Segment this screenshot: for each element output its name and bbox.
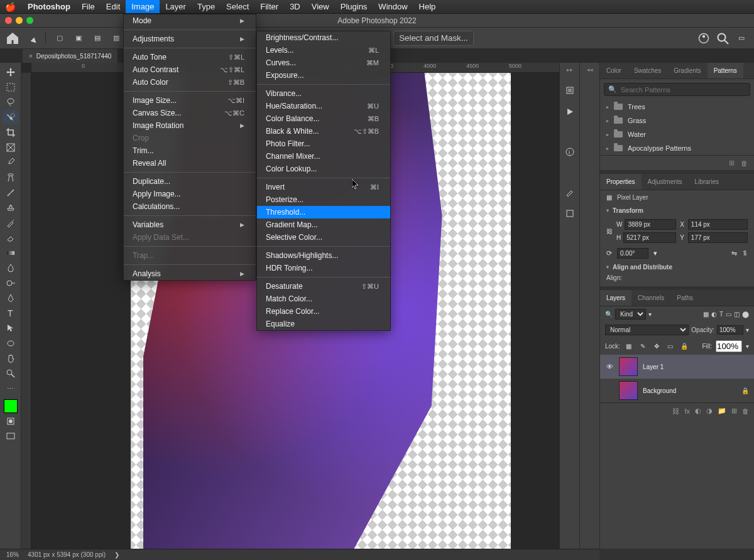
y-input[interactable]: [688, 232, 748, 243]
menu-item-channel-mixer---[interactable]: Channel Mixer...: [257, 150, 390, 163]
panel-tab-layers[interactable]: Layers: [600, 290, 631, 306]
panel-tab-paths[interactable]: Paths: [670, 290, 699, 306]
visibility-toggle-icon[interactable]: 👁: [605, 363, 614, 370]
menu-item-auto-color[interactable]: Auto Color⇧⌘B: [124, 76, 256, 89]
history-brush-tool-icon[interactable]: [3, 216, 19, 230]
foreground-color-swatch[interactable]: [4, 399, 18, 413]
menu-item-image-size---[interactable]: Image Size...⌥⌘I: [124, 94, 256, 107]
frame-tool-icon[interactable]: [3, 141, 19, 154]
close-window-button[interactable]: [5, 17, 12, 24]
x-input[interactable]: [688, 219, 748, 230]
menu-item-equalize[interactable]: Equalize: [257, 318, 390, 330]
history-panel-icon[interactable]: [562, 83, 578, 98]
zoom-window-button[interactable]: [26, 17, 33, 24]
panel-tab-swatches[interactable]: Swatches: [628, 63, 667, 78]
menu-item-vibrance---[interactable]: Vibrance...: [257, 87, 390, 100]
add-selection-icon[interactable]: ▣: [71, 31, 86, 46]
crop-tool-icon[interactable]: [3, 126, 19, 139]
new-layer-icon[interactable]: ⊞: [731, 407, 737, 415]
search-icon[interactable]: [715, 31, 730, 46]
menu-item-color-lookup---[interactable]: Color Lookup...: [257, 163, 390, 175]
menubar-item-plugins[interactable]: Plugins: [335, 0, 373, 13]
menu-item-desaturate[interactable]: Desaturate⇧⌘U: [257, 280, 390, 293]
tool-preset-dropdown[interactable]: [24, 31, 39, 46]
pattern-group-apocalypse-patterns[interactable]: ▸Apocalypse Patterns: [600, 141, 754, 155]
menu-item-threshold---[interactable]: Threshold...: [257, 206, 390, 218]
panel-tab-color[interactable]: Color: [600, 63, 628, 78]
healing-brush-tool-icon[interactable]: [3, 171, 19, 185]
menu-item-levels---[interactable]: Levels...⌘L: [257, 44, 390, 57]
menu-item-gradient-map---[interactable]: Gradient Map...: [257, 218, 390, 231]
minimize-window-button[interactable]: [16, 17, 23, 24]
menubar-item-help[interactable]: Help: [413, 0, 442, 13]
zoom-level[interactable]: 16%: [6, 551, 19, 558]
lasso-tool-icon[interactable]: [3, 95, 19, 109]
panel-tab-channels[interactable]: Channels: [631, 290, 670, 306]
apple-logo-icon[interactable]: 🍎: [5, 2, 16, 12]
menu-item-invert[interactable]: Invert⌘I: [257, 181, 390, 193]
panel-tab-patterns[interactable]: Patterns: [708, 63, 743, 78]
pen-tool-icon[interactable]: [3, 291, 19, 305]
menubar-item-image[interactable]: Image: [126, 0, 160, 13]
menubar-item-filter[interactable]: Filter: [254, 0, 284, 13]
layer-row[interactable]: 👁Layer 1: [600, 355, 754, 379]
layer-name-label[interactable]: Layer 1: [643, 363, 749, 370]
flip-vertical-icon[interactable]: ⥮: [742, 249, 748, 257]
path-selection-tool-icon[interactable]: [3, 321, 19, 335]
layer-name-label[interactable]: Background: [643, 387, 736, 394]
layer-mask-icon[interactable]: ◐: [695, 407, 701, 415]
menu-item-image-rotation[interactable]: Image Rotation▶: [124, 119, 256, 132]
layer-row[interactable]: Background🔒: [600, 379, 754, 402]
link-layers-icon[interactable]: ⛓: [672, 407, 679, 415]
opacity-input[interactable]: [717, 325, 743, 335]
filter-toggle-icon[interactable]: ⬤: [742, 311, 749, 318]
filter-shape-icon[interactable]: ▭: [726, 311, 731, 318]
filter-pixel-icon[interactable]: ▦: [703, 311, 709, 318]
layer-fx-icon[interactable]: fx: [684, 407, 690, 415]
menu-item-adjustments[interactable]: Adjustments▶: [124, 33, 256, 45]
pattern-group-trees[interactable]: ▸Trees: [600, 100, 754, 114]
subtract-selection-icon[interactable]: ▤: [90, 31, 105, 46]
panel-tab-libraries[interactable]: Libraries: [689, 174, 725, 190]
layer-filter-kind[interactable]: Kind: [615, 309, 646, 320]
menu-item-posterize---[interactable]: Posterize...: [257, 193, 390, 206]
menubar-item-type[interactable]: Type: [192, 0, 221, 13]
filter-adjustment-icon[interactable]: ◐: [711, 311, 717, 318]
close-tab-icon[interactable]: ×: [29, 53, 33, 60]
expand-strip-icon[interactable]: ◂◂: [580, 67, 599, 74]
panel-tab-gradients[interactable]: Gradients: [667, 63, 707, 78]
expand-strip-icon[interactable]: ▸▸: [560, 67, 579, 74]
menu-item-hdr-toning---[interactable]: HDR Toning...: [257, 262, 390, 274]
layer-group-icon[interactable]: 📁: [718, 407, 726, 415]
eraser-tool-icon[interactable]: [3, 231, 19, 245]
home-icon[interactable]: [5, 31, 20, 46]
lock-position-icon[interactable]: ✥: [652, 342, 662, 352]
menu-item-auto-contrast[interactable]: Auto Contrast⌥⇧⌘L: [124, 63, 256, 76]
menu-item-calculations---[interactable]: Calculations...: [124, 200, 256, 213]
layer-thumbnail[interactable]: [619, 381, 638, 400]
fill-input[interactable]: [716, 340, 742, 352]
menubar-app-name[interactable]: Photoshop: [22, 0, 76, 13]
menubar-item-select[interactable]: Select: [221, 0, 254, 13]
lock-image-icon[interactable]: ✎: [638, 342, 648, 352]
lock-all-icon[interactable]: 🔒: [679, 342, 689, 352]
brush-settings-panel-icon[interactable]: [562, 206, 578, 221]
move-tool-icon[interactable]: [3, 65, 19, 79]
intersect-selection-icon[interactable]: ▥: [109, 31, 124, 46]
screen-mode-icon[interactable]: [3, 429, 19, 443]
share-icon[interactable]: [696, 31, 711, 46]
menu-item-replace-color---[interactable]: Replace Color...: [257, 305, 390, 318]
panel-tab-properties[interactable]: Properties: [600, 174, 642, 190]
blur-tool-icon[interactable]: [3, 261, 19, 275]
menu-item-auto-tone[interactable]: Auto Tone⇧⌘L: [124, 51, 256, 63]
marquee-tool-icon[interactable]: [3, 80, 19, 94]
menu-item-exposure---[interactable]: Exposure...: [257, 69, 390, 82]
menu-item-selective-color---[interactable]: Selective Color...: [257, 231, 390, 244]
menu-item-duplicate---[interactable]: Duplicate...: [124, 175, 256, 188]
transform-section-label[interactable]: Transform: [613, 207, 643, 214]
pattern-group-grass[interactable]: ▸Grass: [600, 114, 754, 127]
panel-tab-adjustments[interactable]: Adjustments: [642, 174, 689, 190]
menubar-item-file[interactable]: File: [76, 0, 101, 13]
type-tool-icon[interactable]: T: [3, 306, 19, 320]
link-dimensions-icon[interactable]: ⛓: [606, 228, 613, 235]
